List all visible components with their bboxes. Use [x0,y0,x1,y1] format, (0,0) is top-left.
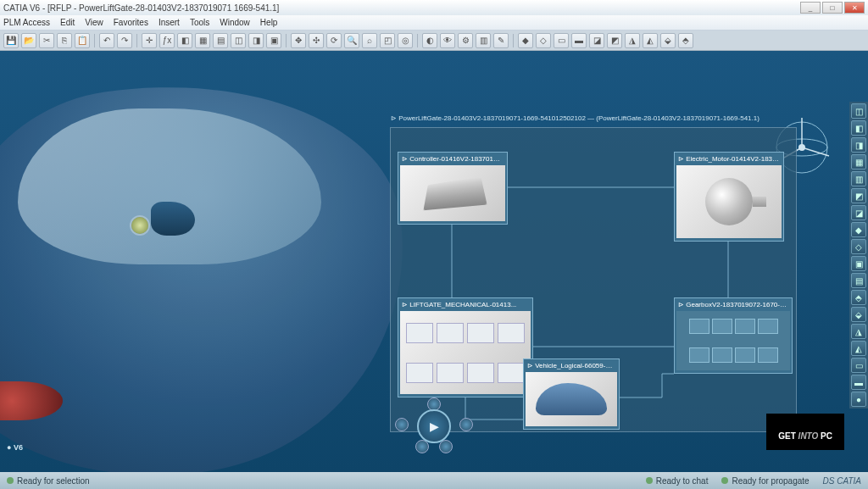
compass-west-icon[interactable] [395,418,409,431]
tool-icon[interactable]: ◆ [851,222,866,237]
sub-block[interactable] [689,347,709,363]
functional-diagram[interactable]: ⊳ PowerLiftGate-28-01403V2-1837019071-16… [390,127,797,432]
compass-se-icon[interactable] [439,440,453,453]
tool-icon[interactable]: ▦ [851,154,866,169]
liftgate-mechanical-block[interactable]: ⊳ LIFTGATE_MECHANICAL-01413... [398,297,533,397]
tool-icon[interactable]: ◨ [851,137,866,153]
bottom-compass[interactable]: ▶ [395,399,473,452]
zoom-area-icon[interactable]: ⌕ [362,33,377,48]
tool-icon[interactable]: ▤ [851,273,866,288]
tool-icon[interactable]: ▭ [851,358,866,373]
viewport-3d[interactable]: ⊳ PowerLiftGate-28-01403V2-1837019071-16… [0,51,868,472]
car-model[interactable] [0,85,407,472]
tool-icon[interactable]: ◇ [536,33,551,48]
copy-icon[interactable]: ⎘ [57,33,72,48]
controller-block[interactable]: ⊳ Controller-01416V2-1837019089-... [398,152,508,225]
tool-icon[interactable]: ⬘ [851,290,866,305]
tool-icon[interactable]: ◧ [851,120,866,136]
vehicle-logical-block[interactable]: ⊳ Vehicle_Logical-66059-3380-14-0... [523,358,620,430]
tool-icon[interactable]: ◨ [248,33,264,48]
sub-block[interactable] [437,363,464,383]
properties-icon[interactable]: ⚙ [458,33,473,48]
tool-icon[interactable]: ◮ [851,324,866,339]
sub-block[interactable] [758,319,778,334]
tool-icon[interactable]: ⬙ [660,33,676,48]
menu-tools[interactable]: Tools [190,18,209,27]
gearbox-title: ⊳ GearboxV2-1837019072-1670-94... [676,300,790,309]
tool-icon[interactable]: ◭ [851,341,866,356]
pointer-icon[interactable]: ✛ [142,33,157,48]
window-max-button[interactable]: □ [822,2,843,14]
tool-icon[interactable]: ✎ [493,33,509,48]
tool-icon[interactable]: ▬ [851,375,866,390]
sub-block[interactable] [735,319,755,334]
gearbox-block[interactable]: ⊳ GearboxV2-1837019072-1670-94... [674,297,793,374]
menu-window[interactable]: Window [220,18,250,27]
electric-motor-block[interactable]: ⊳ Electric_Motor-01414V2-1837019... [674,152,784,242]
paste-icon[interactable]: 📋 [75,33,90,48]
menu-help[interactable]: Help [260,18,278,27]
tool-icon[interactable]: ◪ [851,205,866,220]
tool-icon[interactable]: ◩ [607,33,622,48]
tool-icon[interactable]: ▤ [213,33,228,48]
tool-icon[interactable]: ◆ [518,33,533,48]
sub-block[interactable] [735,347,755,363]
tool-icon[interactable]: ◭ [643,33,658,48]
tool-icon[interactable]: ⬘ [678,33,693,48]
normal-view-icon[interactable]: ◰ [380,33,395,48]
tool-icon[interactable]: ▣ [851,256,866,271]
tool-icon[interactable]: ▬ [571,33,587,48]
tool-icon[interactable]: ▭ [554,33,569,48]
sub-block[interactable] [406,323,433,343]
rotate-icon[interactable]: ⟳ [326,33,342,48]
sub-block[interactable] [712,319,732,334]
tool-icon[interactable]: ▦ [195,33,210,48]
tool-icon[interactable]: ▥ [476,33,491,48]
window-min-button[interactable]: _ [800,2,821,14]
undo-icon[interactable]: ↶ [99,33,114,48]
tool-icon[interactable]: ◪ [589,33,604,48]
diagram-title: ⊳ PowerLiftGate-28-01403V2-1837019071-16… [391,114,760,122]
tool-icon[interactable]: ◇ [851,239,866,254]
zoom-icon[interactable]: 🔍 [344,33,359,48]
sub-block[interactable] [498,323,525,343]
menu-edit[interactable]: Edit [60,18,75,27]
window-close-button[interactable]: ✕ [844,2,865,14]
cut-icon[interactable]: ✂ [39,33,54,48]
sub-block[interactable] [406,363,433,383]
vehicle-title: ⊳ Vehicle_Logical-66059-3380-14-0... [526,361,617,370]
tool-icon[interactable]: ▥ [851,171,866,186]
tool-icon[interactable]: ◩ [851,188,866,203]
menu-favorites[interactable]: Favorites [114,18,148,27]
formula-icon[interactable]: ƒx [159,33,175,48]
redo-icon[interactable]: ↷ [117,33,132,48]
tool-icon[interactable]: ⬙ [851,307,866,322]
sub-block[interactable] [758,347,778,363]
brand-get: GET [778,431,798,441]
sub-block[interactable] [467,363,494,383]
render-icon[interactable]: ◐ [422,33,437,48]
tool-icon[interactable]: ◫ [231,33,246,48]
look-at-icon[interactable]: ◎ [398,33,413,48]
tool-icon[interactable]: ◮ [625,33,640,48]
sub-block[interactable] [689,319,709,334]
sub-block[interactable] [437,323,464,343]
sub-block[interactable] [467,323,494,343]
fit-all-icon[interactable]: ✥ [291,33,306,48]
sub-block[interactable] [712,347,732,363]
menu-plm-access[interactable]: PLM Access [3,18,50,27]
hide-show-icon[interactable]: 👁 [440,33,455,48]
tool-icon[interactable]: ● [851,392,866,407]
tool-icon[interactable]: ◧ [177,33,192,48]
tool-icon[interactable]: ◫ [851,103,866,119]
sub-block[interactable] [498,363,525,383]
menu-insert[interactable]: Insert [159,18,180,27]
tool-icon[interactable]: ▣ [266,33,281,48]
compass-east-icon[interactable] [459,418,473,431]
open-icon[interactable]: 📂 [21,33,36,48]
toolbar-sep [513,34,514,47]
save-icon[interactable]: 💾 [3,33,19,48]
compass-play-button[interactable]: ▶ [417,409,451,443]
pan-icon[interactable]: ✣ [309,33,324,48]
menu-view[interactable]: View [85,18,103,27]
